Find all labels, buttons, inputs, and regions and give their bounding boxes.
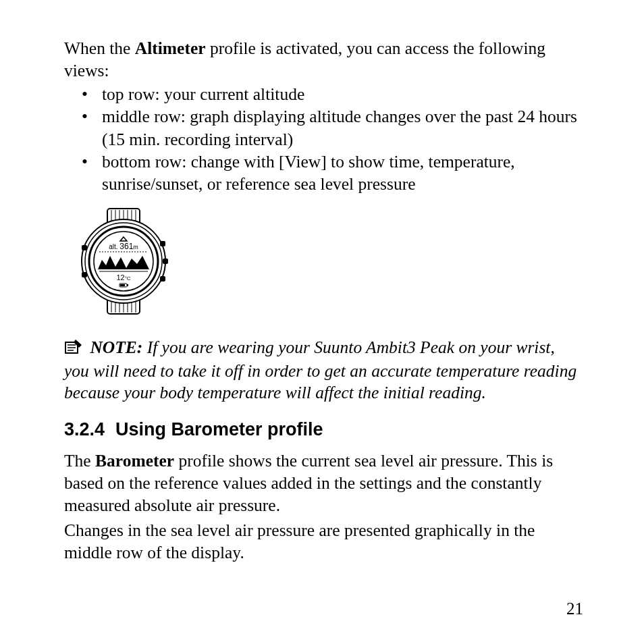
svg-rect-20 <box>82 245 87 250</box>
svg-rect-22 <box>160 241 165 246</box>
watch-temp-value: 12 <box>116 273 124 281</box>
watch-temp-unit: °C <box>125 275 131 281</box>
note-icon <box>64 338 83 360</box>
list-item: middle row: graph displaying altitude ch… <box>82 105 583 150</box>
list-item: top row: your current altitude <box>82 83 583 105</box>
watch-alt-row: alt. 361m <box>109 242 138 251</box>
list-item: bottom row: change with [View] to show t… <box>82 151 583 195</box>
baro1-bold-term: Barometer <box>95 451 174 471</box>
intro-paragraph: When the Altimeter profile is activated,… <box>64 37 583 82</box>
section-title: Using Barometer profile <box>115 419 323 439</box>
svg-rect-24 <box>160 276 165 281</box>
watch-alt-label: alt. <box>109 243 117 250</box>
note-block: NOTE: If you are wearing your Suunto Amb… <box>64 337 583 404</box>
intro-prefix: When the <box>64 38 135 58</box>
page-number: 21 <box>566 599 583 618</box>
watch-illustration: alt. 361m 12°C <box>70 207 583 318</box>
svg-rect-29 <box>120 284 125 286</box>
svg-rect-23 <box>163 259 168 264</box>
section-number: 3.2.4 <box>64 419 105 439</box>
watch-alt-value: 361 <box>119 242 133 251</box>
watch-svg: alt. 361m 12°C <box>70 207 178 315</box>
baro1-prefix: The <box>64 451 95 471</box>
svg-rect-21 <box>82 272 87 277</box>
barometer-paragraph-2: Changes in the sea level air pressure ar… <box>64 519 583 564</box>
intro-bold-term: Altimeter <box>135 38 206 58</box>
barometer-paragraph-1: The Barometer profile shows the current … <box>64 450 583 516</box>
views-bullet-list: top row: your current altitude middle ro… <box>64 83 583 195</box>
note-label: NOTE: <box>90 338 142 357</box>
svg-rect-28 <box>127 284 128 286</box>
section-heading: 3.2.4Using Barometer profile <box>64 419 583 440</box>
watch-alt-unit: m <box>133 244 138 250</box>
